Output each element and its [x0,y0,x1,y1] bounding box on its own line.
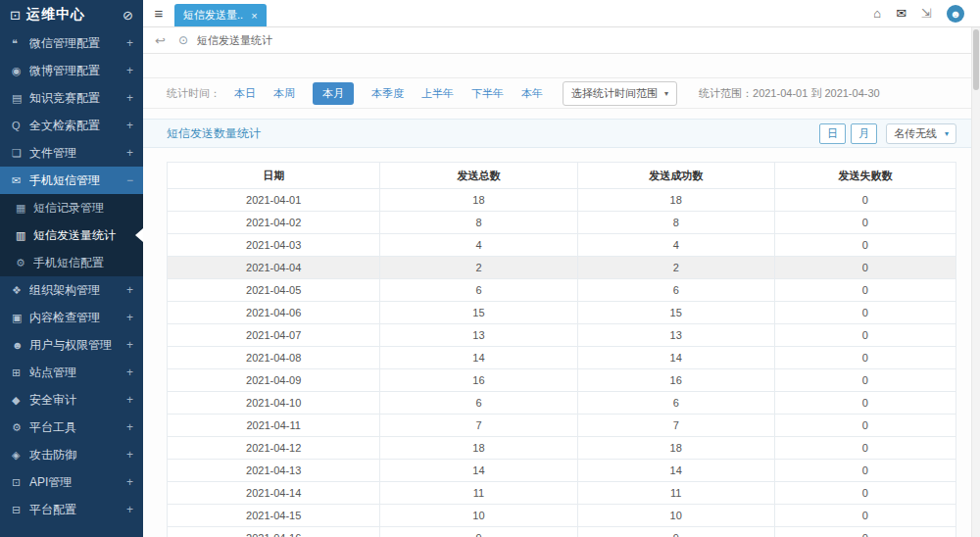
table-row[interactable]: 2021-04-16 9 9 0 [168,527,956,537]
sidebar-item[interactable]: ▤ 知识竞赛配置 + [0,84,143,112]
cell-date: 2021-04-06 [168,302,380,324]
sidebar-item-label: 用户与权限管理 [29,337,122,354]
messages-icon[interactable]: ✉ [896,6,906,21]
stat-range-text: 统计范围：2021-04-01 到 2021-04-30 [699,86,880,101]
cell-total: 4 [380,234,577,257]
cell-total: 11 [380,482,577,505]
sidebar-item-icon: Q [12,120,29,131]
table-row[interactable]: 2021-04-09 16 16 0 [168,369,956,392]
sidebar-item[interactable]: ⚙ 平台工具 + [0,414,143,441]
month-granularity-button[interactable]: 月 [851,123,877,144]
table-row[interactable]: 2021-04-01 18 18 0 [168,189,956,212]
table-row[interactable]: 2021-04-02 8 8 0 [168,212,956,234]
time-range-option[interactable]: 上半年 [421,86,454,101]
cell-date: 2021-04-12 [168,437,380,460]
sidebar-item-label: 平台配置 [29,502,122,518]
time-range-option[interactable]: 本月 [313,82,354,105]
cell-success: 14 [577,460,774,482]
table-header-row: 日期发送总数发送成功数发送失败数 [168,163,956,189]
user-avatar[interactable]: ☻ [947,5,964,23]
sidebar-item[interactable]: ❝ 微信管理配置 + [0,29,143,57]
cell-total: 13 [380,324,577,347]
sidebar-item[interactable]: ▥ 短信发送量统计 [0,221,143,249]
table-row[interactable]: 2021-04-12 18 18 0 [168,437,956,460]
table-row[interactable]: 2021-04-04 2 2 0 [168,257,956,279]
cell-date: 2021-04-14 [168,482,380,505]
sidebar-item[interactable]: ▦ 短信记录管理 [0,194,143,221]
sidebar-item[interactable]: ❏ 文件管理 + [0,139,143,167]
sidebar-item-label: 站点管理 [29,365,122,381]
sidebar-item[interactable]: ⊟ 平台配置 + [0,496,143,523]
sidebar-item[interactable]: ◉ 微博管理配置 + [0,57,143,84]
cell-success: 16 [577,369,774,392]
table-row[interactable]: 2021-04-10 6 6 0 [168,392,956,415]
expand-toggle-icon: + [126,64,133,77]
panel-header: 短信发送数量统计 日 月 名传无线 ▾ [143,119,980,148]
expand-toggle-icon: + [126,448,133,462]
table-row[interactable]: 2021-04-03 4 4 0 [168,234,956,257]
sidebar-item-label: 手机短信配置 [33,255,129,271]
sms-stats-table: 日期发送总数发送成功数发送失败数 2021-04-01 18 18 0 2021… [167,162,956,537]
table-row[interactable]: 2021-04-13 14 14 0 [168,460,956,482]
sidebar-item[interactable]: ❖ 组织架构管理 + [0,276,143,304]
app-title: 运维中心 [26,6,85,24]
vertical-scrollbar[interactable] [971,27,980,537]
sidebar-item[interactable]: Q 全文检索配置 + [0,112,143,139]
tab-sms-volume[interactable]: 短信发送量.. × [174,4,267,26]
sidebar-item[interactable]: ◈ 攻击防御 + [0,441,143,468]
sidebar-menu: ❝ 微信管理配置 + ◉ 微博管理配置 + ▤ 知识竞赛配置 + Q 全文检索配… [0,29,143,523]
sidebar-item-icon: ◈ [12,449,29,462]
table-row[interactable]: 2021-04-11 7 7 0 [168,415,956,437]
table-row[interactable]: 2021-04-15 10 10 0 [168,505,956,527]
expand-toggle-icon: + [126,420,133,434]
cell-total: 2 [380,257,577,279]
sidebar-collapse-icon[interactable]: ⊘ [122,8,133,23]
cell-total: 7 [380,415,577,437]
expand-toggle-icon: + [126,475,133,489]
cell-fail: 0 [774,189,956,212]
sidebar-item[interactable]: ☻ 用户与权限管理 + [0,331,143,359]
home-icon[interactable]: ⌂ [873,6,881,21]
sidebar-item-label: 平台工具 [29,419,122,436]
cell-total: 18 [380,189,577,212]
cell-fail: 0 [774,482,956,505]
time-range-option[interactable]: 下半年 [471,86,504,101]
channel-select[interactable]: 名传无线 ▾ [886,123,956,144]
cell-fail: 0 [774,234,956,257]
breadcrumb: ↩ ⊙ 短信发送量统计 [143,27,980,54]
custom-range-dropdown[interactable]: 选择统计时间范围 ▾ [563,81,677,106]
cell-success: 2 [577,257,774,279]
table-row[interactable]: 2021-04-14 11 11 0 [168,482,956,505]
panel-title: 短信发送数量统计 [167,125,261,142]
time-range-option[interactable]: 本日 [234,86,256,101]
expand-toggle-icon: + [126,119,133,132]
time-range-option[interactable]: 本年 [521,86,543,101]
sidebar-item[interactable]: ⚙ 手机短信配置 [0,249,143,276]
table-row[interactable]: 2021-04-06 15 15 0 [168,302,956,324]
table-row[interactable]: 2021-04-05 6 6 0 [168,279,956,302]
expand-toggle-icon: + [126,36,133,50]
sidebar-header: ⊡ 运维中心 ⊘ [0,0,143,29]
tab-list-icon[interactable]: ≡ [143,0,174,26]
sidebar-item[interactable]: ⊞ 站点管理 + [0,359,143,386]
table-row[interactable]: 2021-04-08 14 14 0 [168,347,956,369]
cell-success: 8 [577,212,774,234]
back-icon[interactable]: ↩ [155,33,166,48]
sidebar-item[interactable]: ▣ 内容检查管理 + [0,304,143,331]
fullscreen-icon[interactable]: ⇲ [921,6,932,21]
time-range-option[interactable]: 本周 [273,86,295,101]
scrollbar-thumb[interactable] [973,29,979,90]
cell-success: 18 [577,189,774,212]
sidebar-item[interactable]: ◆ 安全审计 + [0,386,143,414]
cell-fail: 0 [774,279,956,302]
sidebar-item[interactable]: ⊡ API管理 + [0,468,143,496]
expand-toggle-icon: + [126,146,133,160]
app-window: ⊡ 运维中心 ⊘ ❝ 微信管理配置 + ◉ 微博管理配置 + ▤ 知识竞赛配置 … [0,0,980,537]
table-row[interactable]: 2021-04-07 13 13 0 [168,324,956,347]
sidebar-item-label: 文件管理 [29,145,122,162]
tab-close-icon[interactable]: × [251,10,257,22]
day-granularity-button[interactable]: 日 [819,123,846,144]
time-range-option[interactable]: 本季度 [371,86,404,101]
sidebar-item-icon: ⚙ [16,257,33,269]
sidebar-item[interactable]: ✉ 手机短信管理 − [0,167,143,194]
